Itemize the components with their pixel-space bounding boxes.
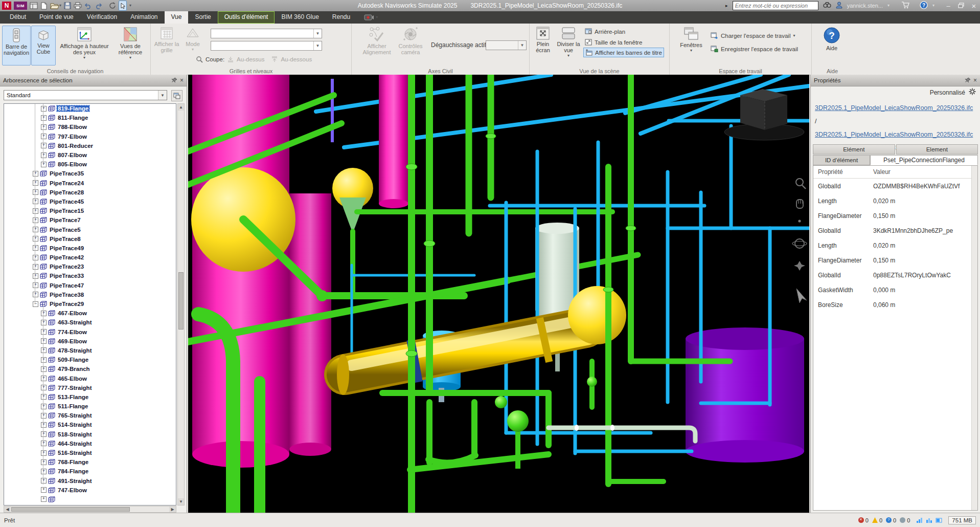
restore-button[interactable] [957, 2, 965, 10]
tab-vue[interactable]: Vue [165, 11, 189, 24]
expand-icon[interactable]: + [41, 115, 47, 121]
expand-icon[interactable]: + [33, 264, 38, 270]
tree-item-label[interactable]: PipeTrace45 [49, 199, 85, 205]
show-grid-button[interactable]: Afficher la grille [152, 26, 181, 64]
save-icon[interactable] [64, 2, 71, 10]
errors-indicator[interactable]: 0 [858, 517, 869, 523]
tree-item[interactable]: +PipeTrace24 [4, 179, 176, 188]
scroll-right-icon[interactable]: ▶ [169, 507, 176, 512]
combo-caret-icon[interactable]: ▼ [518, 41, 526, 50]
refresh-icon[interactable] [109, 2, 116, 10]
search-input[interactable] [733, 1, 818, 10]
messages-indicator[interactable]: 0 [900, 517, 910, 523]
view-cube-toggle[interactable]: View Cube [31, 26, 56, 65]
tree-item-label[interactable]: 518-Straight [57, 431, 93, 437]
expand-icon[interactable]: + [41, 404, 47, 409]
tree-item[interactable]: +807-Elbow [4, 150, 176, 160]
load-workspace-button[interactable]: Charger l'espace de travail ▾ [711, 31, 795, 40]
expand-icon[interactable]: + [33, 217, 38, 223]
tree-item-label[interactable]: 788-Elbow [57, 124, 88, 130]
expand-icon[interactable]: + [33, 208, 38, 214]
scroll-left-icon[interactable]: ◀ [4, 507, 11, 512]
tree-item[interactable]: +777-Straight [4, 383, 176, 392]
breadcrumb-item[interactable]: 3DR2025.1_PipeModel_LeicaShowRoom_202503… [815, 131, 973, 138]
tree-item-label[interactable]: 801-Reducer [57, 143, 94, 149]
tree-item[interactable]: +PipeTrace35 [4, 169, 176, 178]
tree-item[interactable]: +465-Elbow [4, 374, 176, 383]
tree-item[interactable]: +467-Elbow [4, 309, 176, 318]
split-view-button[interactable]: Diviser la vue ▾ [555, 26, 582, 64]
tree-item[interactable]: +518-Straight [4, 430, 176, 439]
windows-button[interactable]: Fenêtres ▾ [678, 26, 704, 64]
tree-mode-combo[interactable]: Standard ▼ [4, 90, 167, 100]
info-indicator[interactable]: 0 [886, 517, 896, 523]
tree-item[interactable]: +PipeTrace28 [4, 188, 176, 197]
tree-item[interactable]: +784-Flange [4, 467, 176, 476]
tree-item-label[interactable]: 465-Elbow [57, 376, 88, 382]
tree-item[interactable]: +PipeTrace42 [4, 253, 176, 262]
tree-item[interactable]: +491-Straight [4, 476, 176, 486]
tree-item-label[interactable]: 768-Flange [57, 459, 89, 465]
help-dropdown-icon[interactable]: ▾ [932, 4, 935, 7]
help-button[interactable]: ? Aide [819, 26, 845, 64]
expand-icon[interactable]: + [41, 487, 47, 493]
full-screen-button[interactable]: Plein écran [532, 26, 554, 64]
tree-item-label[interactable]: 464-Straight [57, 441, 93, 447]
tree-item[interactable]: −PipeTrace29 [4, 299, 176, 309]
expand-icon[interactable]: + [41, 478, 47, 484]
expand-icon[interactable]: + [41, 450, 47, 456]
tree-item-label[interactable]: 784-Flange [57, 468, 89, 474]
user-dropdown-icon[interactable]: ▾ [887, 4, 890, 7]
breadcrumb-item[interactable]: 3DR2025.1_PipeModel_LeicaShowRoom_202503… [815, 104, 973, 112]
expand-icon[interactable]: + [41, 496, 47, 502]
tab-element-1[interactable]: Elément [813, 144, 895, 155]
expand-icon[interactable]: + [33, 189, 38, 195]
tree-item-label[interactable]: PipeTrace33 [49, 273, 85, 279]
tree-item-label[interactable]: PipeTrace42 [49, 254, 85, 260]
tree-item-label[interactable]: PipeTrace5 [49, 227, 82, 233]
combo-caret-icon[interactable]: ▼ [158, 91, 167, 100]
reference-views-button[interactable]: Vues de référence ▾ [113, 26, 147, 64]
tree-item-label[interactable]: PipeTrace15 [49, 208, 85, 214]
tree-item[interactable]: +511-Flange [4, 402, 176, 411]
tab-animation[interactable]: Animation [124, 11, 164, 24]
tree-item-label[interactable]: 514-Straight [57, 422, 93, 428]
tree-item-label[interactable]: 774-Elbow [57, 329, 88, 335]
tree-item-label[interactable]: PipeTrace35 [49, 170, 85, 177]
pin-icon[interactable] [171, 77, 177, 84]
tree-item-label[interactable]: PipeTrace28 [49, 189, 85, 195]
tree-item-label[interactable]: 463-Straight [57, 319, 93, 325]
scroll-down-icon[interactable]: ▼ [178, 498, 184, 505]
tab-pset-pipeconnectionflanged[interactable]: Pset_PipeConnectionFlanged [870, 155, 978, 165]
tree-item[interactable]: +765-Straight [4, 411, 176, 420]
tree-item[interactable]: +464-Straight [4, 439, 176, 448]
tab-element-2[interactable]: Element [896, 144, 978, 155]
properties-scrollbar[interactable] [971, 166, 977, 510]
tab-d-but[interactable]: Début [3, 11, 33, 24]
tab-sortie[interactable]: Sortie [188, 11, 217, 24]
tree-item-label[interactable]: PipeTrace23 [49, 264, 85, 270]
expand-icon[interactable]: + [33, 180, 38, 186]
scroll-thumb[interactable] [11, 507, 130, 512]
expand-icon[interactable]: + [41, 431, 47, 437]
signed-in-user[interactable]: yannick.sten... [847, 3, 883, 9]
select-tool-icon[interactable] [119, 1, 127, 11]
expand-icon[interactable]: + [41, 143, 47, 148]
close-panel-icon[interactable]: × [180, 77, 184, 84]
background-button[interactable]: Arrière-plan [585, 27, 625, 36]
expand-icon[interactable]: + [33, 236, 38, 241]
expand-icon[interactable]: + [41, 338, 47, 344]
show-title-bars-button[interactable]: Afficher les barres de titre [583, 48, 664, 57]
tree-item[interactable]: +PipeTrace8 [4, 234, 176, 244]
tree-item-label[interactable]: 479-Branch [57, 366, 91, 372]
tree-item[interactable]: +513-Flange [4, 392, 176, 402]
expand-icon[interactable]: + [33, 245, 38, 251]
panel-switch-icon[interactable] [171, 90, 183, 101]
tree-item-label[interactable]: PipeTrace49 [49, 245, 85, 251]
search-expand-icon[interactable]: ▸ [725, 3, 728, 8]
expand-icon[interactable]: + [33, 227, 38, 232]
tree-item[interactable]: +PipeTrace45 [4, 197, 176, 206]
open-file-icon[interactable]: ▾ [50, 2, 61, 10]
expand-icon[interactable]: + [41, 124, 47, 130]
tree-item-label[interactable]: 467-Elbow [57, 310, 88, 316]
